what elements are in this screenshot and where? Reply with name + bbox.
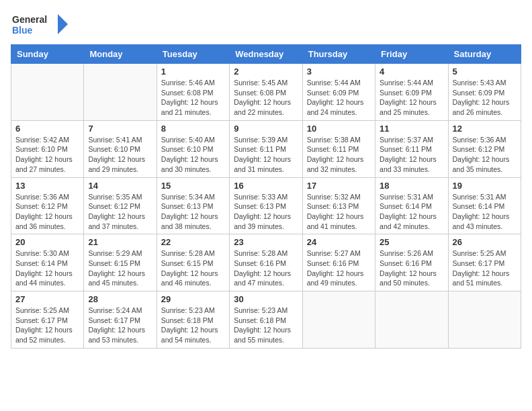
day-number: 19: [453, 181, 517, 191]
day-number: 3: [307, 66, 371, 77]
calendar-cell: 14Sunrise: 5:35 AM Sunset: 6:12 PM Dayli…: [84, 177, 157, 234]
logo-svg: GeneralBlue: [11, 11, 71, 38]
day-number: 10: [307, 124, 371, 134]
day-number: 27: [15, 294, 79, 304]
calendar-table: SundayMondayTuesdayWednesdayThursdayFrid…: [11, 44, 521, 349]
weekday-header: Monday: [84, 45, 157, 64]
calendar-cell: 29Sunrise: 5:23 AM Sunset: 6:18 PM Dayli…: [157, 291, 229, 349]
calendar-cell: [375, 291, 448, 349]
day-number: 13: [15, 181, 79, 191]
calendar-cell: 8Sunrise: 5:40 AM Sunset: 6:10 PM Daylig…: [157, 120, 229, 177]
calendar-cell: 5Sunrise: 5:43 AM Sunset: 6:09 PM Daylig…: [448, 64, 521, 121]
calendar-cell: 17Sunrise: 5:32 AM Sunset: 6:13 PM Dayli…: [302, 177, 375, 234]
svg-text:General: General: [12, 14, 47, 25]
day-info: Sunrise: 5:44 AM Sunset: 6:09 PM Dayligh…: [380, 78, 443, 118]
day-info: Sunrise: 5:28 AM Sunset: 6:15 PM Dayligh…: [161, 248, 225, 288]
day-info: Sunrise: 5:43 AM Sunset: 6:09 PM Dayligh…: [453, 78, 517, 118]
calendar-cell: 25Sunrise: 5:26 AM Sunset: 6:16 PM Dayli…: [375, 234, 448, 291]
calendar-cell: 10Sunrise: 5:38 AM Sunset: 6:11 PM Dayli…: [302, 120, 375, 177]
day-info: Sunrise: 5:28 AM Sunset: 6:16 PM Dayligh…: [234, 248, 298, 288]
calendar-cell: 19Sunrise: 5:31 AM Sunset: 6:14 PM Dayli…: [448, 177, 521, 234]
day-number: 12: [453, 124, 517, 134]
day-number: 4: [380, 66, 443, 77]
day-info: Sunrise: 5:42 AM Sunset: 6:10 PM Dayligh…: [15, 135, 79, 175]
day-info: Sunrise: 5:37 AM Sunset: 6:11 PM Dayligh…: [380, 135, 443, 175]
calendar-week-row: 20Sunrise: 5:30 AM Sunset: 6:14 PM Dayli…: [11, 234, 521, 291]
calendar-cell: 24Sunrise: 5:27 AM Sunset: 6:16 PM Dayli…: [302, 234, 375, 291]
day-info: Sunrise: 5:36 AM Sunset: 6:12 PM Dayligh…: [15, 192, 79, 232]
calendar-cell: 28Sunrise: 5:24 AM Sunset: 6:17 PM Dayli…: [84, 291, 157, 349]
day-info: Sunrise: 5:23 AM Sunset: 6:18 PM Dayligh…: [161, 306, 225, 345]
svg-marker-0: [58, 14, 68, 34]
day-info: Sunrise: 5:41 AM Sunset: 6:10 PM Dayligh…: [88, 135, 152, 175]
day-number: 25: [380, 237, 443, 247]
calendar-cell: [302, 291, 375, 349]
day-number: 7: [88, 124, 152, 134]
calendar-cell: 3Sunrise: 5:44 AM Sunset: 6:09 PM Daylig…: [302, 64, 375, 121]
calendar-week-row: 27Sunrise: 5:25 AM Sunset: 6:17 PM Dayli…: [11, 291, 521, 349]
logo: GeneralBlue: [11, 11, 71, 38]
day-info: Sunrise: 5:40 AM Sunset: 6:10 PM Dayligh…: [161, 135, 225, 175]
svg-text:Blue: Blue: [12, 25, 33, 36]
day-info: Sunrise: 5:24 AM Sunset: 6:17 PM Dayligh…: [88, 306, 152, 345]
calendar-cell: 7Sunrise: 5:41 AM Sunset: 6:10 PM Daylig…: [84, 120, 157, 177]
day-info: Sunrise: 5:25 AM Sunset: 6:17 PM Dayligh…: [453, 248, 517, 288]
day-number: 16: [234, 181, 298, 191]
calendar-cell: 2Sunrise: 5:45 AM Sunset: 6:08 PM Daylig…: [230, 64, 302, 121]
calendar-cell: 30Sunrise: 5:23 AM Sunset: 6:18 PM Dayli…: [230, 291, 302, 349]
calendar-cell: 27Sunrise: 5:25 AM Sunset: 6:17 PM Dayli…: [11, 291, 84, 349]
calendar-cell: 26Sunrise: 5:25 AM Sunset: 6:17 PM Dayli…: [448, 234, 521, 291]
calendar-cell: 22Sunrise: 5:28 AM Sunset: 6:15 PM Dayli…: [157, 234, 229, 291]
weekday-header: Wednesday: [230, 45, 302, 64]
day-number: 21: [88, 237, 152, 247]
calendar-cell: 9Sunrise: 5:39 AM Sunset: 6:11 PM Daylig…: [230, 120, 302, 177]
calendar-cell: 11Sunrise: 5:37 AM Sunset: 6:11 PM Dayli…: [375, 120, 448, 177]
calendar-cell: [11, 64, 84, 121]
calendar-cell: 16Sunrise: 5:33 AM Sunset: 6:13 PM Dayli…: [230, 177, 302, 234]
day-info: Sunrise: 5:27 AM Sunset: 6:16 PM Dayligh…: [307, 248, 371, 288]
weekday-header: Thursday: [302, 45, 375, 64]
calendar-cell: 20Sunrise: 5:30 AM Sunset: 6:14 PM Dayli…: [11, 234, 84, 291]
day-info: Sunrise: 5:25 AM Sunset: 6:17 PM Dayligh…: [15, 306, 79, 345]
calendar-week-row: 13Sunrise: 5:36 AM Sunset: 6:12 PM Dayli…: [11, 177, 521, 234]
day-number: 15: [161, 181, 225, 191]
day-number: 26: [453, 237, 517, 247]
day-number: 6: [15, 124, 79, 134]
calendar-cell: 1Sunrise: 5:46 AM Sunset: 6:08 PM Daylig…: [157, 64, 229, 121]
day-info: Sunrise: 5:34 AM Sunset: 6:13 PM Dayligh…: [161, 192, 225, 232]
weekday-header: Friday: [375, 45, 448, 64]
day-number: 20: [15, 237, 79, 247]
day-info: Sunrise: 5:36 AM Sunset: 6:12 PM Dayligh…: [453, 135, 517, 175]
day-info: Sunrise: 5:45 AM Sunset: 6:08 PM Dayligh…: [234, 78, 298, 118]
calendar-cell: 23Sunrise: 5:28 AM Sunset: 6:16 PM Dayli…: [230, 234, 302, 291]
day-number: 11: [380, 124, 443, 134]
day-info: Sunrise: 5:38 AM Sunset: 6:11 PM Dayligh…: [307, 135, 371, 175]
calendar-week-row: 6Sunrise: 5:42 AM Sunset: 6:10 PM Daylig…: [11, 120, 521, 177]
day-number: 1: [161, 66, 225, 77]
day-info: Sunrise: 5:32 AM Sunset: 6:13 PM Dayligh…: [307, 192, 371, 232]
day-number: 28: [88, 294, 152, 304]
weekday-header: Sunday: [11, 45, 84, 64]
day-number: 8: [161, 124, 225, 134]
day-number: 14: [88, 181, 152, 191]
day-info: Sunrise: 5:31 AM Sunset: 6:14 PM Dayligh…: [380, 192, 443, 232]
calendar-cell: 21Sunrise: 5:29 AM Sunset: 6:15 PM Dayli…: [84, 234, 157, 291]
day-info: Sunrise: 5:31 AM Sunset: 6:14 PM Dayligh…: [453, 192, 517, 232]
calendar-cell: [84, 64, 157, 121]
day-info: Sunrise: 5:39 AM Sunset: 6:11 PM Dayligh…: [234, 135, 298, 175]
day-info: Sunrise: 5:35 AM Sunset: 6:12 PM Dayligh…: [88, 192, 152, 232]
calendar-cell: [448, 291, 521, 349]
calendar-cell: 4Sunrise: 5:44 AM Sunset: 6:09 PM Daylig…: [375, 64, 448, 121]
weekday-header: Tuesday: [157, 45, 229, 64]
day-info: Sunrise: 5:29 AM Sunset: 6:15 PM Dayligh…: [88, 248, 152, 288]
calendar-cell: 12Sunrise: 5:36 AM Sunset: 6:12 PM Dayli…: [448, 120, 521, 177]
day-number: 22: [161, 237, 225, 247]
calendar-cell: 13Sunrise: 5:36 AM Sunset: 6:12 PM Dayli…: [11, 177, 84, 234]
day-info: Sunrise: 5:23 AM Sunset: 6:18 PM Dayligh…: [234, 306, 298, 345]
day-info: Sunrise: 5:30 AM Sunset: 6:14 PM Dayligh…: [15, 248, 79, 288]
calendar-week-row: 1Sunrise: 5:46 AM Sunset: 6:08 PM Daylig…: [11, 64, 521, 121]
day-number: 30: [234, 294, 298, 304]
day-info: Sunrise: 5:33 AM Sunset: 6:13 PM Dayligh…: [234, 192, 298, 232]
day-info: Sunrise: 5:26 AM Sunset: 6:16 PM Dayligh…: [380, 248, 443, 288]
calendar-header-row: SundayMondayTuesdayWednesdayThursdayFrid…: [11, 45, 521, 64]
